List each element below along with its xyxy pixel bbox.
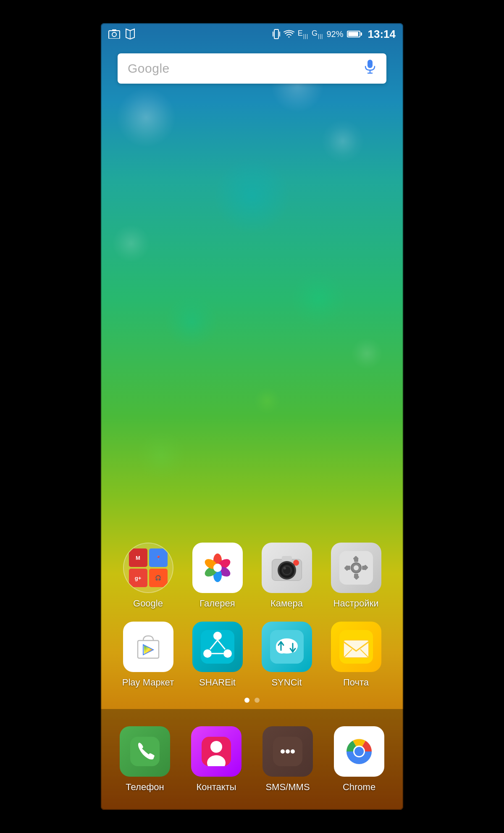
app-gallery[interactable]: Галерея bbox=[186, 543, 249, 609]
svg-point-70 bbox=[354, 747, 364, 756]
svg-point-25 bbox=[284, 567, 286, 569]
svg-point-17 bbox=[213, 564, 222, 572]
camera-label: Камера bbox=[270, 598, 303, 609]
phone-icon bbox=[120, 726, 170, 777]
app-row-2: Play Маркет bbox=[113, 622, 391, 688]
screenshot-icon bbox=[108, 29, 120, 39]
svg-point-65 bbox=[286, 749, 290, 754]
status-time: 13:14 bbox=[368, 28, 396, 41]
gallery-icon bbox=[192, 543, 243, 593]
wifi-icon bbox=[284, 29, 294, 39]
svg-rect-0 bbox=[109, 31, 120, 39]
svg-point-44 bbox=[203, 649, 212, 658]
shareit-label: SHAREit bbox=[199, 677, 236, 688]
settings-label: Настройки bbox=[333, 598, 379, 609]
app-mail[interactable]: Почта bbox=[325, 622, 388, 688]
e-signal: E||| bbox=[298, 29, 308, 39]
mail-label: Почта bbox=[343, 677, 369, 688]
svg-rect-56 bbox=[344, 640, 369, 658]
search-bar-container[interactable]: Google bbox=[118, 53, 386, 84]
svg-point-29 bbox=[354, 565, 359, 570]
status-right-icons: E||| G||| 92% 13:14 bbox=[273, 28, 396, 41]
syncit-label: SYNCit bbox=[271, 677, 302, 688]
shareit-icon bbox=[192, 622, 243, 672]
gallery-label: Галерея bbox=[200, 598, 235, 609]
app-camera[interactable]: Камера bbox=[255, 543, 318, 609]
svg-point-61 bbox=[210, 741, 222, 753]
search-bar[interactable]: Google bbox=[118, 53, 386, 84]
gmail-mini: M bbox=[129, 548, 147, 567]
contacts-label: Контакты bbox=[196, 782, 236, 793]
mic-icon[interactable] bbox=[364, 59, 376, 78]
playmarket-label: Play Маркет bbox=[122, 677, 174, 688]
sms-label: SMS/MMS bbox=[265, 782, 310, 793]
dock-chrome[interactable]: Chrome bbox=[328, 726, 391, 793]
svg-point-45 bbox=[223, 649, 232, 658]
page-dot-1[interactable] bbox=[244, 698, 249, 703]
contacts-icon bbox=[191, 726, 242, 777]
chrome-label: Chrome bbox=[343, 782, 375, 793]
google-label: Google bbox=[133, 598, 163, 609]
svg-rect-5 bbox=[274, 29, 278, 39]
vibrate-icon bbox=[273, 29, 280, 40]
google-folder-icon: M 📍 g+ 🎧 bbox=[123, 543, 173, 593]
syncit-icon bbox=[262, 622, 312, 672]
dock-contacts[interactable]: Контакты bbox=[185, 726, 248, 793]
app-settings[interactable]: Настройки bbox=[325, 543, 388, 609]
chrome-icon bbox=[334, 726, 384, 777]
svg-point-64 bbox=[281, 749, 285, 754]
app-row-1: M 📍 g+ 🎧 Go bbox=[113, 543, 391, 609]
battery-icon bbox=[347, 31, 362, 37]
svg-rect-26 bbox=[282, 556, 292, 561]
dock: Телефон Контакты bbox=[101, 709, 403, 810]
maps-mini: 📍 bbox=[149, 548, 168, 567]
app-grid: M 📍 g+ 🎧 Go bbox=[101, 543, 403, 701]
maps-icon bbox=[124, 28, 136, 40]
svg-point-1 bbox=[112, 32, 116, 37]
status-left-icons bbox=[108, 28, 136, 40]
headphones-mini: 🎧 bbox=[149, 569, 168, 587]
gplus-mini: g+ bbox=[129, 569, 147, 587]
svg-rect-8 bbox=[368, 60, 373, 68]
svg-rect-2 bbox=[112, 29, 116, 31]
screen: E||| G||| 92% 13:14 bbox=[101, 23, 403, 810]
playmarket-icon bbox=[123, 622, 173, 672]
status-bar: E||| G||| 92% 13:14 bbox=[101, 23, 403, 45]
phone-label: Телефон bbox=[126, 782, 164, 793]
sms-icon bbox=[262, 726, 313, 777]
app-syncit[interactable]: SYNCit bbox=[255, 622, 318, 688]
svg-point-43 bbox=[213, 632, 222, 640]
phone-frame: E||| G||| 92% 13:14 bbox=[78, 0, 426, 833]
app-playmarket[interactable]: Play Маркет bbox=[117, 622, 180, 688]
svg-point-66 bbox=[291, 749, 295, 754]
page-dot-2[interactable] bbox=[255, 698, 260, 703]
app-google[interactable]: M 📍 g+ 🎧 Go bbox=[117, 543, 180, 609]
search-placeholder: Google bbox=[128, 61, 364, 76]
dock-phone[interactable]: Телефон bbox=[113, 726, 176, 793]
mail-icon bbox=[331, 622, 381, 672]
app-shareit[interactable]: SHAREit bbox=[186, 622, 249, 688]
settings-icon bbox=[331, 543, 381, 593]
g-signal: G||| bbox=[312, 29, 323, 39]
page-indicators bbox=[101, 698, 403, 703]
dock-sms[interactable]: SMS/MMS bbox=[256, 726, 319, 793]
battery-percent: 92% bbox=[326, 29, 343, 39]
camera-icon bbox=[262, 543, 312, 593]
